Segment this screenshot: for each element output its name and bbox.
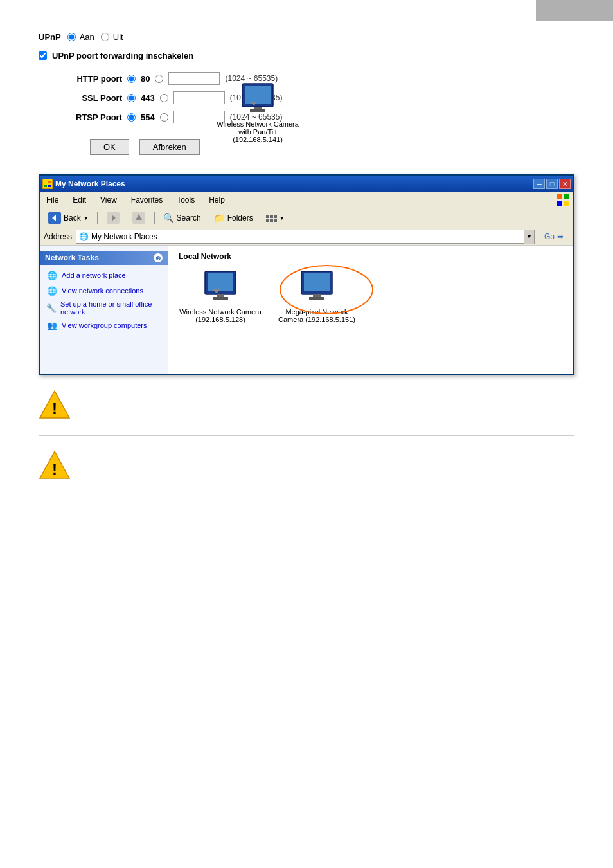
rtsp-port-row: RTSP Poort 554 (1024 ~ 65535): [64, 111, 574, 123]
up-icon: [132, 212, 145, 224]
panel-item-connections[interactable]: 🌐 View network connections: [40, 283, 168, 298]
panel-item-setup[interactable]: 🔧 Set up a home or small office network: [40, 298, 168, 318]
svg-rect-3: [48, 185, 51, 187]
window-titlebar: My Network Places ─ □ ✕: [40, 176, 573, 192]
maximize-button[interactable]: □: [546, 179, 558, 189]
svg-rect-5: [564, 194, 569, 199]
ssl-port-name: SSL Poort: [64, 93, 122, 103]
grid-view-icon: [266, 215, 277, 222]
svg-text:!: !: [52, 400, 57, 417]
network-item-2[interactable]: Wireless Network Camera with Pan/Tilt (1…: [216, 82, 299, 143]
toolbar-sep1: [97, 212, 98, 224]
rtsp-port-radio-default[interactable]: [127, 113, 136, 122]
upnp-uit-label: Uit: [113, 32, 123, 42]
menu-tools[interactable]: Tools: [174, 194, 197, 206]
windows-logo: [556, 194, 569, 206]
window-icon: [42, 179, 53, 189]
http-port-radio-default[interactable]: [127, 75, 136, 83]
ssl-port-radio-default[interactable]: [127, 94, 136, 102]
rtsp-port-name: RTSP Poort: [64, 113, 122, 122]
menu-help[interactable]: Help: [206, 194, 227, 206]
menu-file[interactable]: File: [44, 194, 61, 206]
button-row: OK Afbreken: [90, 139, 574, 155]
close-button[interactable]: ✕: [559, 179, 571, 189]
view-button[interactable]: ▼: [262, 213, 289, 224]
menu-favorites[interactable]: Favorites: [129, 194, 165, 206]
panel-collapse-button[interactable]: ⊗: [154, 253, 163, 262]
port-section: HTTP poort 80 (1024 ~ 65535) SSL Poort 4…: [64, 72, 574, 123]
monitor-icon-1: [299, 270, 335, 303]
network-items: Wireless Network Camera (192.168.5.128): [179, 270, 563, 323]
window-toolbar: Back ▼ 🔍 Search: [40, 208, 573, 228]
svg-text:!: !: [52, 460, 57, 478]
setup-icon: 🔧: [46, 302, 57, 314]
folders-button[interactable]: 📁 Folders: [209, 211, 258, 225]
http-port-input[interactable]: [168, 72, 220, 85]
workgroup-icon: 👥: [46, 320, 58, 331]
upnp-forward-checkbox[interactable]: [39, 51, 47, 60]
network-item-0[interactable]: Wireless Network Camera (192.168.5.128): [179, 270, 262, 323]
cancel-button[interactable]: Afbreken: [139, 139, 200, 155]
address-dropdown[interactable]: ▼: [524, 230, 534, 244]
network-item-1[interactable]: Mega-pixel Network Camera (192.168.5.151…: [275, 270, 359, 323]
upnp-aan-group: Aan: [67, 32, 94, 42]
ssl-port-radio-custom[interactable]: [160, 94, 168, 102]
http-port-radio-custom[interactable]: [155, 75, 163, 83]
folders-label: Folders: [227, 213, 253, 222]
http-port-name: HTTP poort: [64, 74, 122, 84]
address-value: My Network Places: [91, 232, 524, 241]
search-button[interactable]: 🔍 Search: [159, 211, 206, 225]
connections-icon: 🌐: [46, 285, 58, 296]
go-arrow-icon: ➡: [557, 232, 564, 241]
svg-rect-16: [217, 294, 224, 297]
svg-rect-4: [557, 194, 562, 199]
address-bar-input-wrap: 🌐 My Network Places ▼: [76, 230, 535, 244]
ok-button[interactable]: OK: [90, 139, 129, 155]
ssl-port-value: 443: [141, 93, 155, 103]
upnp-uit-radio[interactable]: [101, 33, 109, 41]
panel-item-add[interactable]: 🌐 Add a network place: [40, 267, 168, 283]
rtsp-port-radio-custom[interactable]: [160, 113, 168, 122]
panel-item-workgroup-label: View workgroup computers: [62, 321, 147, 329]
back-dropdown[interactable]: ▼: [84, 215, 89, 221]
http-port-range: (1024 ~ 65535): [225, 74, 278, 83]
http-port-row: HTTP poort 80 (1024 ~ 65535): [64, 72, 574, 85]
toolbar-sep2: [154, 212, 155, 224]
upnp-row: UPnP Aan Uit: [39, 32, 574, 42]
warning-section-2: !: [39, 449, 574, 496]
window-body: Network Tasks ⊗ 🌐 Add a network place 🌐 …: [40, 246, 573, 374]
http-port-value: 80: [141, 74, 150, 84]
panel-section-header: Network Tasks ⊗: [40, 251, 168, 265]
up-button[interactable]: [128, 210, 150, 226]
upnp-uit-group: Uit: [101, 32, 123, 42]
view-dropdown[interactable]: ▼: [280, 215, 285, 221]
minimize-button[interactable]: ─: [533, 179, 545, 189]
window-menubar: File Edit View Favorites Tools Help: [40, 192, 573, 208]
forward-button[interactable]: [102, 210, 124, 226]
network-item-label-0: Wireless Network Camera (192.168.5.128): [179, 308, 262, 323]
warning-triangle-1: !: [39, 388, 71, 420]
svg-rect-17: [213, 297, 228, 300]
panel-item-connections-label: View network connections: [62, 287, 143, 294]
panel-item-workgroup[interactable]: 👥 View workgroup computers: [40, 318, 168, 333]
go-button[interactable]: Go ➡: [538, 230, 569, 243]
window-title: My Network Places: [55, 179, 125, 188]
camera-icon-wrap-1: [299, 270, 335, 305]
network-item-label-1: Mega-pixel Network Camera (192.168.5.151…: [275, 308, 359, 323]
warning-section-1: !: [39, 388, 574, 436]
svg-rect-15: [208, 273, 233, 291]
search-icon: 🔍: [163, 213, 174, 223]
upnp-checkbox-label: UPnP poort forwarding inschakelen: [52, 51, 193, 60]
back-button[interactable]: Back ▼: [44, 210, 93, 226]
back-label: Back: [64, 213, 81, 222]
panel-item-add-label: Add a network place: [62, 271, 126, 279]
svg-rect-6: [557, 201, 562, 206]
camera-icon-wrap-0: [202, 270, 238, 305]
upnp-aan-radio[interactable]: [67, 33, 76, 41]
monitor-icon-2: [240, 82, 276, 116]
menu-view[interactable]: View: [98, 194, 120, 206]
menu-edit[interactable]: Edit: [70, 194, 89, 206]
top-corner-bar: [536, 0, 613, 21]
svg-rect-26: [250, 109, 265, 112]
svg-rect-24: [245, 86, 271, 104]
